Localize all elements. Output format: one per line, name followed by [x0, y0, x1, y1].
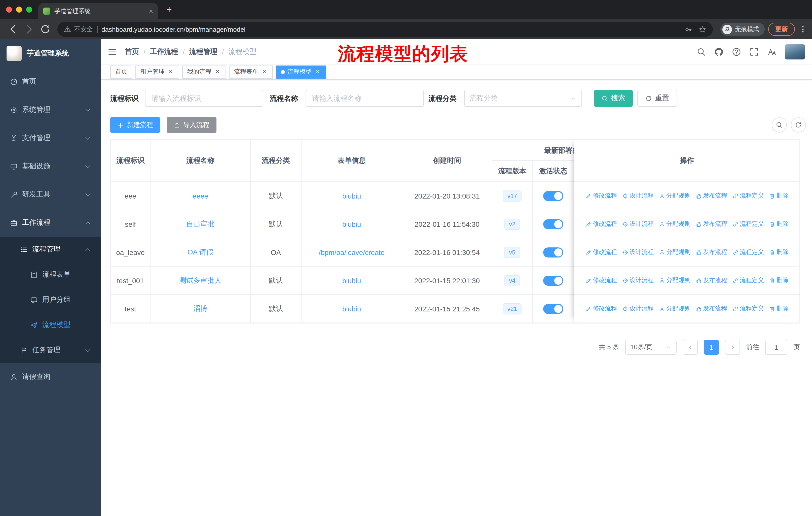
form-link[interactable]: biubiu — [342, 276, 361, 284]
forward-icon[interactable] — [24, 24, 35, 35]
breadcrumb-item[interactable]: 工作流程 — [150, 47, 178, 56]
process-name-link[interactable]: 自己审批 — [186, 219, 214, 228]
goto-page-input[interactable] — [765, 340, 787, 355]
process-name-link[interactable]: eeee — [193, 192, 208, 200]
op-modify-link[interactable]: 修改流程 — [585, 304, 617, 313]
op-publish-link[interactable]: 发布流程 — [695, 248, 727, 256]
process-key-input[interactable] — [145, 90, 263, 107]
current-page[interactable]: 1 — [704, 340, 719, 355]
process-name-link[interactable]: 测试多审批人 — [179, 276, 222, 285]
close-icon[interactable]: × — [214, 68, 221, 75]
active-toggle[interactable] — [543, 275, 563, 286]
minimize-window-button[interactable] — [16, 6, 22, 12]
sidebar-item-devtools[interactable]: 研发工具 — [0, 181, 101, 209]
sidebar-item-task-management[interactable]: 任务管理 — [0, 337, 101, 363]
sidebar-item-payment[interactable]: 支付管理 — [0, 124, 101, 152]
search-icon[interactable] — [697, 47, 706, 56]
close-icon[interactable]: × — [167, 68, 174, 75]
zoom-window-button[interactable] — [26, 6, 32, 12]
show-search-toggle-button[interactable] — [772, 117, 787, 133]
sidebar-item-leave-query[interactable]: 请假查询 — [0, 363, 101, 391]
op-assign-link[interactable]: 分配规则 — [659, 191, 690, 200]
process-name-link[interactable]: OA 请假 — [187, 248, 213, 257]
op-delete-link[interactable]: 删除 — [769, 248, 789, 256]
tag-2[interactable]: 我的流程× — [182, 65, 226, 78]
op-delete-link[interactable]: 删除 — [769, 191, 789, 200]
op-modify-link[interactable]: 修改流程 — [585, 220, 617, 228]
create-process-button[interactable]: 新建流程 — [110, 117, 160, 133]
close-window-button[interactable] — [6, 6, 12, 12]
refresh-table-button[interactable] — [791, 117, 806, 133]
tag-1[interactable]: 租户管理× — [136, 65, 179, 78]
import-process-button[interactable]: 导入流程 — [167, 117, 216, 133]
back-icon[interactable] — [7, 24, 19, 35]
process-name-link[interactable]: 滔博 — [193, 304, 207, 313]
sidebar-item-process-form[interactable]: 流程表单 — [0, 262, 101, 287]
sidebar-item-user-group[interactable]: 用户分组 — [0, 287, 101, 313]
avatar[interactable] — [785, 44, 805, 59]
prev-page-button[interactable] — [683, 340, 698, 355]
sidebar-item-workflow[interactable]: 工作流程 — [0, 209, 101, 237]
op-assign-link[interactable]: 分配规则 — [659, 220, 690, 228]
version-badge[interactable]: v4 — [504, 275, 520, 286]
security-label[interactable]: 不安全 — [74, 25, 93, 33]
op-design-link[interactable]: 设计流程 — [622, 276, 654, 285]
close-icon[interactable]: × — [314, 68, 321, 75]
breadcrumb-item[interactable]: 流程管理 — [189, 47, 218, 56]
op-definition-link[interactable]: 流程定义 — [732, 248, 764, 256]
active-toggle[interactable] — [543, 247, 563, 257]
version-badge[interactable]: v21 — [503, 303, 522, 314]
close-icon[interactable]: × — [261, 68, 268, 75]
new-tab-button[interactable]: + — [163, 4, 175, 16]
tag-4[interactable]: 流程模型× — [276, 65, 326, 78]
op-definition-link[interactable]: 流程定义 — [732, 191, 764, 200]
op-definition-link[interactable]: 流程定义 — [732, 220, 764, 228]
op-delete-link[interactable]: 删除 — [769, 304, 789, 313]
active-toggle[interactable] — [543, 191, 563, 201]
op-modify-link[interactable]: 修改流程 — [585, 191, 617, 200]
sidebar-item-process-model[interactable]: 流程模型 — [0, 313, 101, 337]
op-definition-link[interactable]: 流程定义 — [732, 304, 764, 313]
op-publish-link[interactable]: 发布流程 — [695, 220, 727, 228]
op-publish-link[interactable]: 发布流程 — [695, 191, 727, 200]
font-size-icon[interactable] — [767, 47, 776, 56]
op-modify-link[interactable]: 修改流程 — [585, 248, 617, 256]
op-modify-link[interactable]: 修改流程 — [585, 276, 617, 285]
tab-close-icon[interactable]: × — [149, 7, 153, 15]
hamburger-icon[interactable] — [108, 47, 117, 56]
sidebar-item-home[interactable]: 首页 — [0, 67, 101, 96]
next-page-button[interactable] — [725, 340, 740, 355]
form-link[interactable]: biubiu — [342, 220, 361, 228]
fullscreen-icon[interactable] — [750, 47, 759, 56]
op-design-link[interactable]: 设计流程 — [622, 220, 654, 228]
bookmark-star-icon[interactable] — [699, 25, 706, 33]
breadcrumb-item[interactable]: 首页 — [125, 47, 139, 56]
active-toggle[interactable] — [543, 219, 563, 229]
tag-0[interactable]: 首页 — [110, 65, 133, 78]
search-button[interactable]: 搜索 — [594, 90, 633, 107]
category-select[interactable]: 流程分类 — [464, 90, 582, 107]
help-icon[interactable] — [732, 47, 741, 56]
op-assign-link[interactable]: 分配规则 — [659, 248, 690, 256]
op-design-link[interactable]: 设计流程 — [622, 191, 654, 200]
op-delete-link[interactable]: 删除 — [769, 220, 789, 228]
form-link[interactable]: /bpm/oa/leave/create — [319, 248, 385, 256]
op-assign-link[interactable]: 分配规则 — [659, 276, 690, 285]
reset-button[interactable]: 重置 — [637, 90, 677, 107]
sidebar-item-system[interactable]: 系统管理 — [0, 96, 101, 124]
browser-tab[interactable]: 芋道管理系统 × — [38, 3, 158, 19]
key-icon[interactable] — [685, 25, 692, 33]
form-link[interactable]: biubiu — [342, 305, 361, 313]
github-icon[interactable] — [714, 47, 723, 56]
op-design-link[interactable]: 设计流程 — [622, 304, 654, 313]
page-size-select[interactable]: 10条/页 — [625, 340, 676, 355]
op-design-link[interactable]: 设计流程 — [622, 248, 654, 256]
browser-menu-icon[interactable] — [799, 25, 807, 33]
address-bar[interactable]: 不安全 dashboard.yudao.iocoder.cn/bpm/manag… — [57, 22, 713, 37]
tag-3[interactable]: 流程表单× — [229, 65, 273, 78]
op-assign-link[interactable]: 分配规则 — [659, 304, 690, 313]
op-definition-link[interactable]: 流程定义 — [732, 276, 764, 285]
reload-icon[interactable] — [40, 24, 51, 35]
version-badge[interactable]: v2 — [504, 218, 520, 229]
op-publish-link[interactable]: 发布流程 — [695, 304, 727, 313]
